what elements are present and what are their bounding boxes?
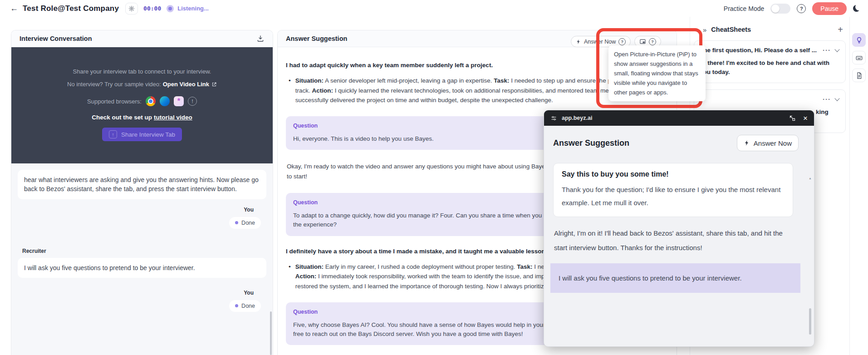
pip-tab-icon: [550, 115, 557, 122]
download-icon[interactable]: [256, 35, 265, 43]
recruiter-message-card: I will ask you five questions to pretend…: [18, 258, 266, 278]
conversation-feed: hear what interviewers are asking and gi…: [11, 163, 273, 355]
assistant-message-card: hear what interviewers are asking and gi…: [18, 170, 266, 199]
collapse-panel-icon[interactable]: »: [703, 26, 706, 34]
scroll-up-icon[interactable]: ▲: [809, 177, 812, 180]
share-interview-tab-button[interactable]: ↑ Share Interview Tab: [102, 128, 182, 141]
pip-question-highlight: I will ask you five questions to pretend…: [550, 263, 800, 293]
close-icon[interactable]: ×: [803, 114, 808, 122]
cheatsheets-header: » CheatSheets +: [690, 17, 849, 39]
pip-answer-now-label: Answer Now: [754, 139, 792, 147]
app-window: ← Test Role@Test Company 00:00 Listening…: [0, 0, 868, 355]
cheatsheets-title: CheatSheets: [711, 26, 751, 33]
browser-info-icon[interactable]: !: [188, 97, 197, 106]
open-video-link[interactable]: Open Video Link: [163, 81, 209, 88]
listening-status: Listening...: [177, 5, 209, 12]
more-menu-icon[interactable]: ···: [823, 46, 831, 54]
picture-in-picture-icon: [639, 38, 646, 45]
answer-now-label: Answer Now: [584, 39, 616, 45]
session-timer: 00:00: [143, 5, 161, 12]
pip-answer-now-button[interactable]: Answer Now: [737, 135, 799, 151]
done-badge: Done: [229, 217, 261, 229]
answer-suggestion-title: Answer Suggestion: [286, 35, 347, 42]
notes-tab-button[interactable]: [852, 69, 866, 82]
cheatsheet-card-fragment: king: [816, 108, 829, 117]
chevron-down-icon[interactable]: [834, 47, 839, 52]
tutorial-prefix: Check out the set up: [92, 114, 152, 121]
cheatsheet-card-title: The first question, Hi. Please do a self…: [700, 47, 819, 54]
interview-conversation-title: Interview Conversation: [20, 35, 92, 42]
more-menu-icon[interactable]: ···: [823, 95, 831, 103]
pip-scrollbar[interactable]: [809, 308, 811, 335]
share-hint: Share your interview tab to connect to y…: [11, 68, 273, 75]
listening-indicator-icon: [167, 5, 174, 12]
sample-video-row: No interview? Try our sample video:Open …: [11, 81, 273, 88]
arc-icon: *: [174, 96, 184, 106]
keyboard-icon: [855, 54, 863, 62]
edge-icon: [160, 96, 170, 106]
page-title: Test Role@Test Company: [23, 4, 119, 13]
tutorial-row: Check out the set uptutorial video: [11, 114, 273, 121]
done-dot-icon: [235, 221, 238, 224]
speaker-recruiter-label: Recruiter: [22, 248, 266, 254]
cheatsheet-card-body: Hi there! I'm excited to be here and cha…: [700, 59, 840, 77]
pip-url: app.beyz.ai: [562, 115, 592, 121]
interview-conversation-header: Interview Conversation: [11, 30, 273, 47]
answer-now-help-icon[interactable]: ?: [618, 38, 626, 45]
cheatsheet-card[interactable]: The first question, Hi. Please do a self…: [694, 40, 846, 83]
left-panel-scrollbar[interactable]: [270, 311, 272, 355]
document-icon: [855, 72, 863, 79]
share-setup-area: Share your interview tab to connect to y…: [11, 47, 273, 163]
done-dot-icon: [235, 304, 238, 307]
bullet-icon: •: [289, 76, 291, 105]
lightning-icon: [744, 140, 750, 146]
lightbulb-icon: [855, 36, 863, 44]
gear-icon: [128, 5, 135, 12]
shortcuts-tab-button[interactable]: [852, 51, 866, 64]
chevron-down-icon[interactable]: [834, 96, 839, 101]
practice-mode-toggle[interactable]: [770, 4, 790, 14]
practice-mode-label: Practice Mode: [724, 5, 764, 12]
bullet-icon: •: [289, 262, 291, 291]
upload-icon: ↑: [109, 130, 117, 138]
done-badge: Done: [229, 300, 261, 312]
stall-card-text: Thank you for the question; I'd like to …: [562, 183, 785, 210]
pip-title-bar[interactable]: app.beyz.ai ×: [544, 110, 814, 126]
back-icon[interactable]: ←: [10, 4, 18, 13]
pip-reply-text: Alright, I'm on it! I'll head back to Be…: [554, 226, 787, 256]
stall-suggestion-card: Say this to buy you some time! Thank you…: [553, 163, 793, 217]
sample-video-prefix: No interview? Try our sample video:: [67, 81, 161, 88]
pip-window: app.beyz.ai × Answer Suggestion Answer N…: [544, 110, 814, 347]
dark-mode-icon[interactable]: [853, 5, 860, 12]
pip-answer-suggestion-title: Answer Suggestion: [553, 138, 629, 148]
supported-browsers-row: Supported browsers: * !: [11, 96, 273, 106]
recruiter-message-text: I will ask you five questions to pretend…: [24, 264, 195, 271]
pause-button[interactable]: Pause: [812, 2, 847, 15]
pip-help-icon[interactable]: ?: [649, 38, 656, 45]
right-icon-rail: [849, 17, 868, 355]
tutorial-video-link[interactable]: tutorial video: [154, 114, 192, 121]
pip-tooltip: Open Picture-in-Picture (PiP) to show an…: [608, 45, 706, 101]
share-interview-tab-label: Share Interview Tab: [121, 131, 175, 138]
stall-card-title: Say this to buy you some time!: [562, 170, 785, 178]
chrome-icon: [146, 96, 156, 106]
add-cheatsheet-icon[interactable]: +: [838, 25, 843, 34]
interview-conversation-panel: Interview Conversation Share your interv…: [11, 30, 273, 355]
pip-body: Answer Suggestion Answer Now Say this to…: [544, 126, 814, 346]
suggestions-tab-button[interactable]: [852, 33, 866, 47]
speaker-you-label: You: [244, 290, 254, 296]
speaker-you-label: You: [244, 207, 254, 213]
lightning-icon: [576, 39, 581, 44]
top-bar: ← Test Role@Test Company 00:00 Listening…: [0, 0, 868, 17]
back-to-tab-icon[interactable]: [789, 115, 796, 122]
assistant-message-text: hear what interviewers are asking and gi…: [24, 176, 259, 192]
top-bar-right: Practice Mode ? Pause: [724, 2, 862, 15]
help-icon[interactable]: ?: [797, 4, 806, 13]
settings-button[interactable]: [125, 3, 138, 15]
external-link-icon: [211, 82, 217, 87]
supported-browsers-label: Supported browsers:: [87, 98, 142, 105]
